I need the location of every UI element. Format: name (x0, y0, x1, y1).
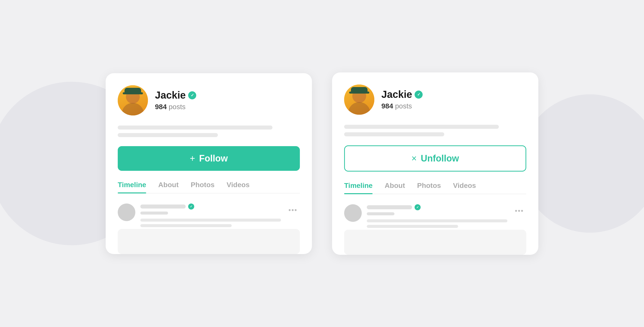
unfollow-button[interactable]: × Unfollow (344, 145, 526, 172)
right-card-bottom-peek (344, 230, 526, 255)
left-verified-badge: ✓ (188, 91, 196, 99)
right-tab-timeline[interactable]: Timeline (344, 182, 373, 194)
left-post-name-skeleton (140, 205, 186, 209)
left-profile-posts: 984 posts (155, 103, 300, 111)
left-post-text-skeletons (140, 219, 281, 227)
right-profile-name: Jackie (381, 89, 412, 100)
left-posts-label: posts (169, 103, 186, 111)
right-tabs: Timeline About Photos Videos (344, 182, 526, 194)
left-profile-header: Jackie ✓ 984 posts (118, 85, 300, 115)
unfollow-icon: × (412, 153, 417, 164)
unfollow-label: Unfollow (421, 153, 459, 164)
right-post-sub-skeleton (367, 212, 394, 215)
right-tab-videos[interactable]: Videos (453, 182, 476, 194)
right-tab-about[interactable]: About (385, 182, 405, 194)
left-profile-info: Jackie ✓ 984 posts (155, 90, 300, 111)
left-profile-name-row: Jackie ✓ (155, 90, 300, 101)
right-skeleton-lines (344, 125, 526, 136)
left-profile-name: Jackie (155, 90, 186, 101)
right-profile-posts: 984 posts (381, 102, 526, 110)
right-post-text-1 (367, 219, 507, 222)
left-avatar (118, 85, 148, 115)
right-card: Jackie ✓ 984 posts × (332, 72, 538, 255)
left-post-badge: ✓ (188, 203, 194, 210)
right-post-more-button[interactable]: ••• (512, 204, 526, 217)
right-post-text-skeletons (367, 219, 507, 228)
follow-button[interactable]: + Follow (118, 146, 300, 171)
right-verified-badge: ✓ (415, 91, 423, 99)
left-post-name-row: ✓ (140, 203, 281, 210)
left-post-text-1 (140, 219, 281, 222)
right-post-text-2 (367, 225, 458, 228)
left-tab-about[interactable]: About (158, 181, 179, 193)
left-card-bottom-peek (118, 229, 300, 254)
left-tabs: Timeline About Photos Videos (118, 181, 300, 193)
left-post-badge-check-icon: ✓ (190, 205, 192, 208)
left-post-text-2 (140, 224, 232, 227)
right-skeleton-line-1 (344, 125, 499, 129)
follow-icon: + (190, 153, 195, 164)
skeleton-line-2 (118, 133, 218, 137)
left-tab-photos[interactable]: Photos (191, 181, 215, 193)
right-avatar (344, 85, 374, 115)
left-card: Jackie ✓ 984 posts + (106, 73, 312, 254)
left-skeleton-lines (118, 126, 300, 137)
right-profile-header: Jackie ✓ 984 posts (344, 85, 526, 115)
left-post-avatar (118, 203, 135, 221)
left-posts-count: 984 (155, 103, 167, 111)
left-post-content: ✓ (140, 203, 281, 230)
left-post-sub-skeleton (140, 212, 168, 215)
right-bg-circle (521, 94, 644, 233)
left-tab-timeline[interactable]: Timeline (118, 181, 146, 193)
right-post-name-row: ✓ (367, 204, 507, 210)
follow-label: Follow (199, 153, 228, 164)
right-tab-photos[interactable]: Photos (417, 182, 441, 194)
right-profile-name-row: Jackie ✓ (381, 89, 526, 100)
right-skeleton-line-2 (344, 132, 444, 136)
right-post-name-skeleton (367, 205, 412, 209)
skeleton-line-1 (118, 126, 272, 130)
left-verified-check-icon: ✓ (191, 93, 194, 98)
page-wrapper: Jackie ✓ 984 posts + (0, 0, 644, 327)
right-post-avatar (344, 204, 362, 222)
left-tab-videos[interactable]: Videos (227, 181, 250, 193)
right-post-content: ✓ (367, 204, 507, 230)
right-posts-label: posts (395, 102, 412, 110)
left-post-more-button[interactable]: ••• (286, 203, 300, 217)
right-post-badge: ✓ (415, 204, 421, 210)
right-posts-count: 984 (381, 102, 393, 110)
right-verified-check-icon: ✓ (417, 92, 420, 97)
right-profile-info: Jackie ✓ 984 posts (381, 89, 526, 110)
right-post-badge-check-icon: ✓ (416, 206, 419, 209)
cards-container: Jackie ✓ 984 posts + (106, 72, 538, 255)
